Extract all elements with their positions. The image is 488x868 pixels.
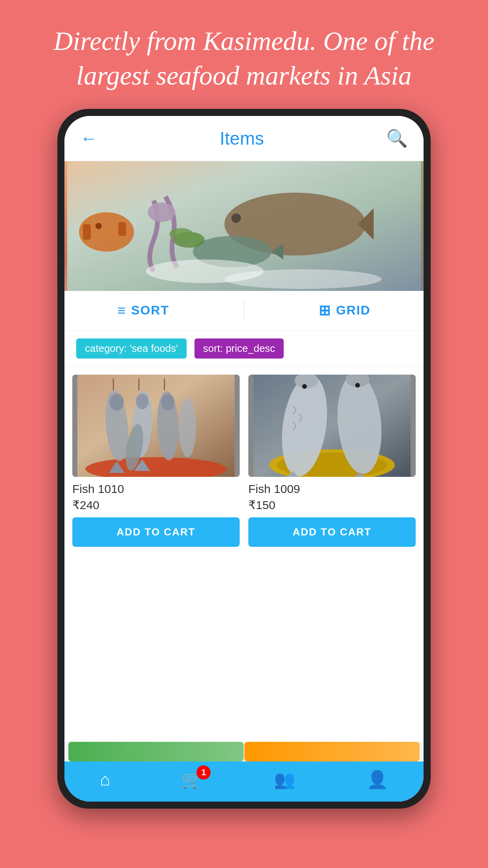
back-button[interactable]: ← <box>80 129 97 148</box>
search-icon[interactable]: 🔍 <box>386 128 408 149</box>
svg-rect-3 <box>118 222 126 236</box>
bottom-navigation: ⌂ 🛒 1 👥 👤 <box>64 761 424 802</box>
nav-profile[interactable]: 👤 <box>367 769 388 790</box>
partial-product-row <box>64 742 424 761</box>
svg-point-39 <box>302 384 307 389</box>
svg-point-5 <box>148 202 175 222</box>
grid-icon: ⊞ <box>319 302 331 319</box>
svg-rect-29 <box>164 379 165 390</box>
svg-rect-27 <box>113 379 114 390</box>
top-bar: ← Items 🔍 <box>64 116 424 161</box>
sort-filter-tag[interactable]: sort: price_desc <box>194 338 284 359</box>
phone-screen: ← Items 🔍 <box>64 116 424 802</box>
sort-button[interactable]: ≡ SORT <box>117 302 169 319</box>
partial-card-right <box>244 742 420 761</box>
divider <box>244 301 244 320</box>
hero-banner <box>64 161 424 291</box>
svg-point-14 <box>169 228 193 240</box>
product-grid: Fish 1010 ₹240 ADD TO CART <box>64 367 424 742</box>
product-price-fish-1009: ₹150 <box>248 498 416 512</box>
partial-card-left <box>68 742 244 761</box>
filter-tags-bar: category: 'sea foods' sort: price_desc <box>64 331 424 367</box>
svg-rect-28 <box>138 379 139 390</box>
add-to-cart-button-fish-1009[interactable]: ADD TO CART <box>248 517 416 547</box>
sort-icon: ≡ <box>117 302 127 319</box>
sort-grid-bar: ≡ SORT ⊞ GRID <box>64 291 424 331</box>
product-card-fish-1010: Fish 1010 ₹240 ADD TO CART <box>68 371 244 738</box>
page-title: Items <box>220 128 264 149</box>
grid-label: GRID <box>336 303 371 318</box>
product-image-fish-1009 <box>248 375 416 477</box>
contacts-icon: 👥 <box>274 769 295 790</box>
phone-device: ← Items 🔍 <box>57 109 431 809</box>
cart-badge: 1 <box>196 765 211 780</box>
grid-button[interactable]: ⊞ GRID <box>319 302 371 319</box>
sort-label: SORT <box>131 303 169 318</box>
product-name-fish-1010: Fish 1010 <box>72 482 240 496</box>
add-to-cart-button-fish-1010[interactable]: ADD TO CART <box>72 517 240 547</box>
svg-point-12 <box>224 269 382 289</box>
product-price-fish-1010: ₹240 <box>72 498 240 512</box>
svg-point-4 <box>95 223 102 229</box>
svg-point-24 <box>161 394 174 410</box>
nav-contacts[interactable]: 👥 <box>274 769 295 790</box>
svg-point-40 <box>355 383 360 388</box>
nav-home[interactable]: ⌂ <box>100 770 110 789</box>
svg-point-8 <box>231 213 241 223</box>
nav-cart[interactable]: 🛒 1 <box>181 769 203 790</box>
category-filter-tag[interactable]: category: 'sea foods' <box>76 338 187 359</box>
product-card-fish-1009: Fish 1009 ₹150 ADD TO CART <box>244 371 420 738</box>
svg-rect-2 <box>83 224 91 240</box>
profile-icon: 👤 <box>367 769 388 790</box>
svg-point-21 <box>136 394 149 409</box>
hero-tagline: Directly from Kasimedu. One of the large… <box>0 0 488 109</box>
svg-point-18 <box>110 394 124 411</box>
product-image-fish-1010 <box>72 375 240 477</box>
svg-point-26 <box>179 398 196 457</box>
product-name-fish-1009: Fish 1009 <box>248 482 416 496</box>
home-icon: ⌂ <box>100 770 110 789</box>
